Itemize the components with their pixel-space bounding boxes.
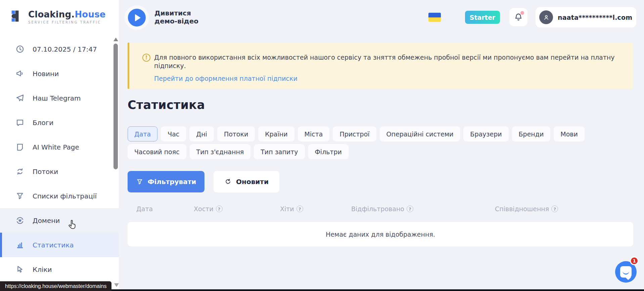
funnel-icon bbox=[136, 178, 143, 185]
topbar: Дивитися демо-відео Starter naata*******… bbox=[119, 0, 644, 35]
demo-video-label[interactable]: Дивитися демо-відео bbox=[154, 9, 205, 25]
sidebar-scroll-up-arrow[interactable] bbox=[113, 38, 118, 41]
column-header-hits: Хіти? bbox=[280, 205, 303, 213]
chat-smile-icon bbox=[623, 271, 629, 275]
megaphone-icon bbox=[15, 69, 25, 78]
sidebar-item-label: Блоги bbox=[33, 119, 53, 127]
chat-icon bbox=[15, 118, 25, 127]
sidebar-item-label: AI White Page bbox=[33, 143, 79, 151]
sidebar-item-domains[interactable]: w Домени bbox=[0, 208, 119, 233]
status-bar-url: https://cloaking.house/webmaster/domains bbox=[0, 281, 111, 291]
globe-icon: w bbox=[15, 216, 25, 225]
notification-dot bbox=[520, 11, 524, 15]
flag-yellow-stripe bbox=[428, 17, 441, 22]
sidebar-item-blogs[interactable]: Блоги bbox=[0, 110, 119, 135]
help-icon[interactable]: ? bbox=[407, 206, 413, 212]
brand-name: Cloaking.House SERVICE FILTERING TRAFFIC bbox=[28, 9, 106, 24]
play-demo-button[interactable] bbox=[128, 9, 146, 26]
sidebar-scrollbar-thumb[interactable] bbox=[113, 44, 118, 169]
help-icon[interactable]: ? bbox=[216, 206, 223, 212]
sidebar-item-label: 07.10.2025 / 17:47 bbox=[33, 45, 97, 53]
user-email: naata**********l.com bbox=[558, 14, 632, 21]
cursor-icon bbox=[15, 265, 25, 274]
sidebar-item-label: Статистика bbox=[33, 241, 74, 249]
brand-logo-icon bbox=[9, 9, 24, 25]
filter-tabs: Дата Час Дні Потоки Країни Міста Пристро… bbox=[128, 126, 635, 159]
chat-unread-badge: 1 bbox=[630, 256, 639, 265]
page-icon bbox=[15, 142, 25, 152]
sidebar-item-label: Новини bbox=[33, 70, 59, 78]
svg-text:w: w bbox=[18, 219, 21, 222]
sync-icon bbox=[15, 167, 25, 176]
funnel-icon bbox=[15, 191, 25, 200]
refresh-icon bbox=[224, 178, 232, 185]
tab-languages[interactable]: Мови bbox=[554, 126, 585, 141]
brand-tagline: SERVICE FILTERING TRAFFIC bbox=[28, 20, 106, 24]
avatar bbox=[539, 10, 553, 24]
play-icon bbox=[135, 14, 141, 21]
sidebar-item-streams[interactable]: Потоки bbox=[0, 159, 119, 184]
tab-devices[interactable]: Пристрої bbox=[333, 126, 376, 141]
sidebar: Cloaking.House SERVICE FILTERING TRAFFIC… bbox=[0, 0, 119, 291]
sidebar-item-news[interactable]: Новини bbox=[0, 61, 119, 86]
sidebar-item-ai-white-page[interactable]: AI White Page bbox=[0, 135, 119, 159]
brand-logo[interactable]: Cloaking.House SERVICE FILTERING TRAFFIC bbox=[0, 0, 119, 25]
column-header-hosts: Хости? bbox=[194, 205, 223, 213]
tab-brands[interactable]: Бренди bbox=[512, 126, 551, 141]
stats-table-header: Дата Хости? Хіти? Відфільтровано? Співві… bbox=[128, 205, 633, 217]
refresh-button[interactable]: Оновити bbox=[214, 171, 279, 192]
sidebar-item-telegram[interactable]: Наш Telegram bbox=[0, 86, 119, 110]
sidebar-item-label: Наш Telegram bbox=[33, 94, 81, 102]
app-screen: Cloaking.House SERVICE FILTERING TRAFFIC… bbox=[0, 0, 644, 291]
trial-banner: ! Для повного використання всіх можливос… bbox=[128, 43, 633, 89]
sidebar-item-label: Кліки bbox=[33, 266, 52, 274]
page-title: Статистика bbox=[128, 98, 205, 112]
chat-bubble-icon bbox=[620, 266, 632, 278]
clock-icon bbox=[15, 45, 25, 54]
bar-chart-icon bbox=[15, 240, 25, 249]
filter-button-label: Фільтрувати bbox=[148, 178, 196, 186]
tab-cities[interactable]: Міста bbox=[298, 126, 330, 141]
column-header-ratio: Співвідношення? bbox=[495, 205, 558, 213]
tab-data[interactable]: Дата bbox=[128, 126, 157, 141]
sidebar-menu: 07.10.2025 / 17:47 Новини Наш Telegram Б… bbox=[0, 37, 119, 282]
telegram-icon bbox=[15, 94, 25, 103]
tab-browsers[interactable]: Браузери bbox=[463, 126, 508, 141]
help-icon[interactable]: ? bbox=[296, 206, 303, 212]
tab-operating-systems[interactable]: Операційні системи bbox=[380, 126, 460, 141]
sidebar-item-filter-lists[interactable]: Списки фільтрації bbox=[0, 184, 119, 208]
plan-starter-button[interactable]: Starter bbox=[465, 11, 500, 24]
tab-countries[interactable]: Країни bbox=[258, 126, 294, 141]
notifications-button[interactable] bbox=[509, 8, 527, 26]
flag-blue-stripe bbox=[428, 13, 441, 17]
upgrade-subscription-link[interactable]: Перейти до оформлення платної підписки bbox=[154, 75, 297, 82]
sidebar-item-label: Списки фільтрації bbox=[33, 192, 97, 200]
sidebar-item-statistics[interactable]: Статистика bbox=[0, 233, 119, 257]
tab-time[interactable]: Час bbox=[161, 126, 186, 141]
sidebar-item-label: Потоки bbox=[33, 168, 58, 176]
column-header-date: Дата bbox=[136, 205, 153, 213]
tab-days[interactable]: Дні bbox=[189, 126, 214, 141]
warning-icon: ! bbox=[142, 54, 150, 62]
user-account-button[interactable]: naata**********l.com bbox=[536, 7, 636, 27]
sidebar-scroll-down-arrow[interactable] bbox=[114, 283, 119, 287]
sidebar-item-datetime: 07.10.2025 / 17:47 bbox=[0, 37, 119, 61]
tab-connection-type[interactable]: Тип з'єднання bbox=[190, 144, 251, 159]
help-icon[interactable]: ? bbox=[551, 206, 558, 212]
tab-timezone[interactable]: Часовий пояс bbox=[128, 144, 186, 159]
tab-request-type[interactable]: Тип запиту bbox=[254, 144, 305, 159]
refresh-button-label: Оновити bbox=[236, 178, 269, 186]
column-header-filtered: Відфільтровано? bbox=[351, 205, 413, 213]
filter-button[interactable]: Фільтрувати bbox=[128, 171, 204, 192]
action-buttons: Фільтрувати Оновити bbox=[128, 171, 279, 192]
person-icon bbox=[543, 14, 550, 21]
tab-streams[interactable]: Потоки bbox=[217, 126, 255, 141]
tab-filters[interactable]: Фільтри bbox=[308, 144, 349, 159]
empty-state-text: Немає даних для відображення. bbox=[326, 231, 435, 238]
trial-banner-message: Для повного використання всіх можливосте… bbox=[154, 53, 621, 70]
language-flag-ukraine[interactable] bbox=[428, 13, 441, 22]
sidebar-item-clicks[interactable]: Кліки bbox=[0, 257, 119, 282]
empty-state-card: Немає даних для відображення. bbox=[128, 222, 633, 246]
sidebar-item-label: Домени bbox=[33, 217, 60, 225]
